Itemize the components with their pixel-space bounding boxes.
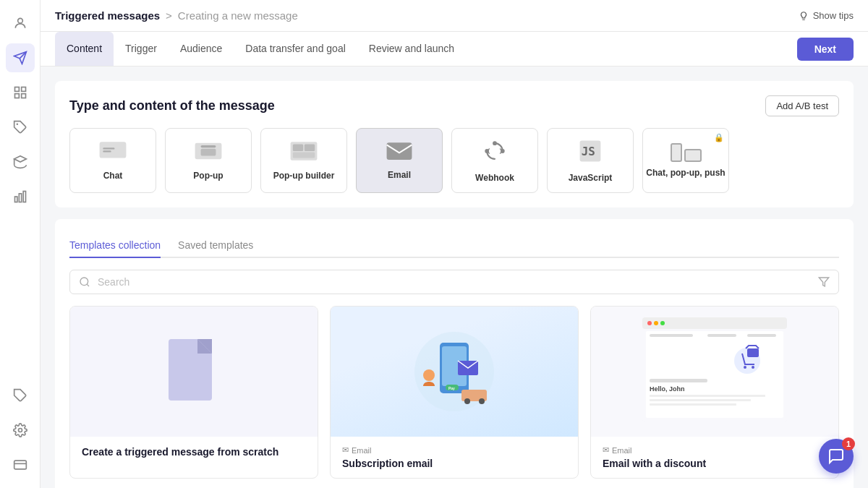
svg-rect-2 — [21, 87, 25, 92]
chat-badge: 1 — [842, 437, 855, 450]
template-tab-saved[interactable]: Saved templates — [178, 234, 253, 258]
type-card-popup[interactable]: Pop-up — [165, 128, 252, 193]
sidebar-icon-grid[interactable] — [6, 78, 35, 107]
svg-rect-48 — [650, 334, 693, 337]
sidebar-icon-messages[interactable] — [6, 43, 35, 72]
template-card-discount-image: Hello, John — [591, 307, 838, 437]
template-card-subscription-name: Subscription email — [342, 458, 566, 469]
sidebar-icon-graduation[interactable] — [6, 147, 35, 176]
template-card-scratch-name: Create a triggered message from scratch — [82, 446, 278, 458]
sidebar-icon-user[interactable] — [6, 9, 35, 38]
filter-icon[interactable] — [818, 276, 830, 288]
type-card-popup-label: Pop-up — [193, 171, 223, 181]
template-card-subscription-image: Pay — [331, 307, 578, 437]
svg-point-53 — [752, 366, 754, 369]
svg-rect-8 — [23, 192, 25, 202]
breadcrumb: Triggered messages > Creating a new mess… — [55, 9, 298, 22]
javascript-card-icon: JS — [577, 138, 603, 167]
template-card-subscription-body: ✉ Email Subscription email — [331, 437, 578, 478]
type-card-javascript[interactable]: JS JavaScript — [547, 128, 634, 193]
webhook-card-icon — [482, 138, 508, 167]
template-card-discount[interactable]: Hello, John ✉ Email Email with a — [590, 306, 839, 479]
svg-rect-7 — [19, 194, 21, 202]
svg-rect-49 — [707, 334, 736, 337]
template-card-discount-body: ✉ Email Email with a discount — [591, 437, 838, 478]
sidebar-icon-puzzle[interactable] — [6, 381, 35, 410]
email-card-icon — [386, 141, 413, 164]
add-ab-test-button[interactable]: Add A/B test — [765, 95, 839, 116]
svg-rect-16 — [201, 145, 216, 147]
template-card-discount-name: Email with a discount — [603, 458, 827, 469]
type-card-webhook-label: Webhook — [475, 173, 514, 183]
type-card-popup-builder[interactable]: Pop-up builder — [260, 128, 347, 193]
svg-point-38 — [464, 398, 470, 404]
main-area: Triggered messages > Creating a new mess… — [41, 0, 868, 488]
type-card-chat-popup-push-label: Chat, pop-up, push — [646, 168, 725, 178]
show-tips-button[interactable]: Show tips — [799, 10, 854, 21]
template-card-discount-type: ✉ Email — [603, 445, 827, 455]
breadcrumb-sub: Creating a new message — [178, 9, 298, 22]
tab-content[interactable]: Content — [55, 32, 114, 66]
svg-point-5 — [16, 124, 18, 126]
tab-review[interactable]: Review and launch — [357, 32, 466, 66]
svg-rect-55 — [650, 379, 707, 382]
chat-bubble-icon — [827, 448, 845, 465]
svg-rect-20 — [305, 144, 315, 151]
svg-rect-4 — [21, 94, 25, 98]
svg-rect-1 — [14, 87, 19, 92]
type-card-chat-label: Chat — [103, 171, 123, 181]
type-card-chat[interactable]: Chat — [69, 128, 156, 193]
templates-section: Templates collection Saved templates — [55, 219, 854, 488]
email-type-icon-2: ✉ — [603, 445, 609, 455]
svg-rect-57 — [650, 395, 765, 397]
svg-rect-19 — [293, 144, 303, 151]
sidebar-icon-gear[interactable] — [6, 416, 35, 445]
email-type-icon: ✉ — [342, 445, 349, 455]
template-card-scratch-body: Create a triggered message from scratch — [70, 437, 318, 467]
template-card-subscription-type: ✉ Email — [342, 445, 566, 455]
svg-rect-14 — [103, 150, 111, 152]
svg-rect-6 — [14, 197, 17, 202]
template-card-scratch-image — [70, 307, 318, 437]
sidebar-icon-billing[interactable] — [6, 450, 35, 479]
popup-card-icon — [194, 140, 223, 165]
content-area: Type and content of the message Add A/B … — [41, 67, 868, 488]
template-card-scratch[interactable]: Create a triggered message from scratch — [69, 306, 318, 479]
type-card-chat-popup-push[interactable]: 🔒 Chat, pop-up, push — [642, 128, 729, 193]
svg-text:Pay: Pay — [448, 386, 455, 390]
template-tab-collection[interactable]: Templates collection — [69, 234, 161, 258]
message-type-section: Type and content of the message Add A/B … — [55, 81, 854, 207]
message-type-cards: Chat Pop-up — [69, 128, 839, 193]
lightbulb-icon — [799, 11, 809, 21]
svg-point-39 — [479, 398, 485, 404]
breadcrumb-main: Triggered messages — [55, 9, 160, 22]
type-card-webhook[interactable]: Webhook — [451, 128, 538, 193]
tab-audience[interactable]: Audience — [169, 32, 234, 66]
sidebar — [0, 0, 41, 488]
popup-builder-card-icon — [289, 140, 318, 165]
svg-point-44 — [647, 321, 652, 325]
chat-card-icon — [98, 140, 127, 165]
svg-rect-3 — [14, 94, 19, 98]
svg-rect-12 — [100, 142, 127, 158]
svg-rect-13 — [103, 147, 114, 149]
svg-rect-59 — [650, 403, 736, 406]
sidebar-icon-chart[interactable] — [6, 182, 35, 211]
svg-point-0 — [17, 18, 22, 23]
tab-trigger[interactable]: Trigger — [114, 32, 169, 66]
next-button[interactable]: Next — [797, 38, 854, 61]
svg-rect-50 — [747, 334, 776, 337]
lock-icon: 🔒 — [714, 133, 724, 142]
svg-point-9 — [18, 429, 22, 432]
search-input[interactable] — [98, 276, 811, 288]
type-card-email[interactable]: Email — [356, 128, 443, 193]
template-card-subscription[interactable]: Pay ✉ Email Subscription email — [330, 306, 579, 479]
sidebar-icon-tag[interactable] — [6, 113, 35, 142]
svg-point-45 — [654, 321, 658, 325]
tab-data-transfer[interactable]: Data transfer and goal — [234, 32, 357, 66]
float-chat-button[interactable]: 1 — [819, 439, 854, 474]
template-tabs: Templates collection Saved templates — [69, 234, 839, 258]
breadcrumb-separator: > — [166, 9, 172, 22]
svg-rect-22 — [387, 142, 412, 160]
type-card-email-label: Email — [388, 170, 411, 180]
